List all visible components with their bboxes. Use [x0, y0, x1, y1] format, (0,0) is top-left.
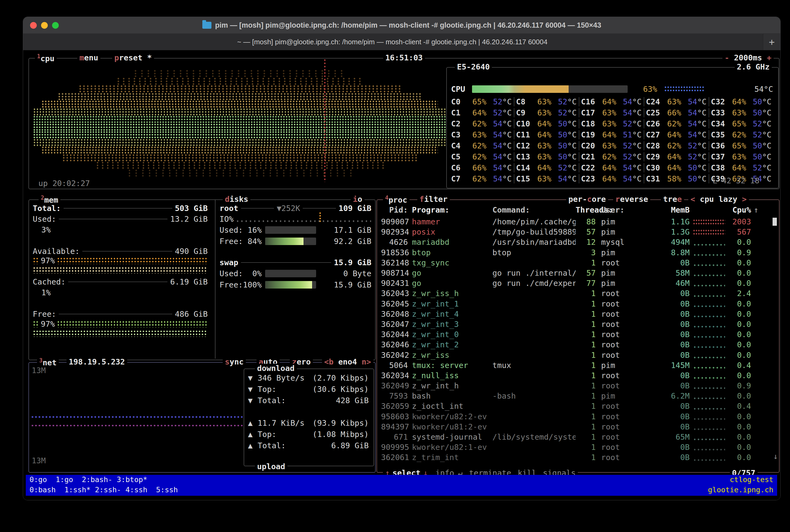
core-temp: 51 — [616, 130, 632, 139]
tmux-windows-session2[interactable]: 0:bash 1:ssh* 2:ssh- 4:ssh 5:ssh — [30, 486, 178, 494]
process-pid: 902934 — [381, 227, 408, 236]
process-cpu: 0.0 — [728, 320, 751, 329]
proc-tree-toggle[interactable]: tree — [661, 195, 684, 204]
io-toggle[interactable]: io — [351, 195, 364, 204]
process-row[interactable]: 958603kworker/u82:2-ev1root0B0.0 — [381, 412, 770, 422]
process-user: pim — [601, 391, 657, 400]
cpu-sensor-box: E5-2640 2.6 GHz CPU 63% 54°C — [446, 67, 779, 188]
scroll-down-arrow[interactable]: ↓ — [773, 452, 778, 461]
core-percent: 63% — [663, 97, 681, 106]
process-row[interactable]: 362034z_null_iss1root0B0.0 — [381, 370, 770, 381]
process-cpu-minigraph — [693, 253, 725, 256]
sort-prev-button[interactable]: < — [691, 195, 695, 204]
core-percent: 62% — [468, 141, 486, 150]
process-threads: 1 — [576, 443, 596, 452]
process-row[interactable]: 362045z_wr_int_11root0B0.0 — [381, 299, 770, 309]
core-percent: 64% — [728, 97, 746, 106]
net-interface-switcher[interactable]: <b eno4 n> — [322, 357, 373, 366]
disks-title[interactable]: disks — [223, 195, 250, 204]
sort-next-button[interactable]: > — [742, 195, 747, 204]
core-name: C2 — [451, 119, 468, 128]
process-name: systemd-journal — [412, 432, 493, 441]
mem-free-meter2 — [33, 330, 208, 337]
net-stat-label: 11.7 KiB/s — [257, 418, 305, 428]
process-row[interactable]: 671systemd-journal/lib/systemd/system1ro… — [381, 432, 770, 442]
process-row[interactable]: 5064tmux: servertmux1pim145M0.4 — [381, 360, 770, 370]
process-pid: 362047 — [381, 320, 408, 329]
core-temp-unit: °C — [697, 130, 707, 139]
cpu-box-title[interactable]: 1cpu — [35, 53, 57, 63]
process-user: root — [601, 258, 657, 267]
process-threads: 77 — [576, 279, 596, 288]
download-stat-line: ▼Total:428 GiB — [248, 395, 369, 406]
process-memory: 0B — [657, 320, 690, 329]
process-pid: 7593 — [381, 391, 408, 400]
core-percent: 62% — [598, 152, 616, 161]
core-temp: 50 — [681, 174, 697, 183]
process-row[interactable]: 894397kworker/u81:2-ev1root0B0.0 — [381, 422, 770, 432]
mem-used-label: Used: — [33, 214, 56, 224]
proc-reverse-toggle[interactable]: reverse — [613, 195, 650, 204]
process-threads: 1 — [576, 453, 596, 462]
process-pid: 362034 — [381, 371, 408, 380]
proc-filter-button[interactable]: filter — [417, 195, 450, 204]
tmux-windows-session1[interactable]: 0:go 1:go 2:bash- 3:btop* — [30, 475, 147, 484]
cpu-core-cell: C666%54°C — [451, 163, 512, 172]
proc-box-title[interactable]: 4proc — [383, 195, 409, 205]
process-name: z_wr_int_0 — [412, 330, 493, 339]
process-threads: 1 — [576, 402, 596, 411]
process-memory: 0B — [657, 350, 690, 360]
iface-next-button[interactable]: n> — [362, 357, 371, 366]
cpu-core-cell: C1464%52°C — [516, 163, 577, 172]
process-user: root — [601, 402, 657, 411]
core-separator: │ — [577, 174, 581, 183]
new-tab-button[interactable]: + — [763, 34, 781, 50]
iface-prev-button[interactable]: <b — [324, 357, 333, 366]
process-row[interactable]: 362042z_wr_iss1root0B0.0 — [381, 350, 770, 360]
process-row[interactable]: 7593bash-bash1pim6.2M0.0 — [381, 391, 770, 401]
process-pid: 958603 — [381, 412, 408, 421]
process-row[interactable]: 362047z_wr_int_31root0B0.0 — [381, 319, 770, 329]
process-memory: 0B — [657, 412, 690, 421]
process-row[interactable]: 909007hammer/home/pim/.cache/go88pim1.1G… — [381, 216, 770, 227]
process-name: btop — [412, 248, 493, 257]
process-row[interactable]: 362148txg_sync1root0B0.0 — [381, 258, 770, 268]
mem-box-title[interactable]: 2mem — [39, 195, 60, 205]
process-row[interactable]: 908714gogo run ./internal/h57pim58M0.0 — [381, 268, 770, 278]
process-row[interactable]: 362059z_ioctl_int1root0B0.4 — [381, 401, 770, 411]
tab-title[interactable]: ~ — [mosh] pim@glootie.ipng.ch: /home/pi… — [23, 34, 762, 50]
interval-minus-button[interactable]: - — [725, 53, 729, 62]
process-name: kworker/u82:2-ev — [412, 412, 493, 421]
preset-button[interactable]: preset * — [112, 53, 154, 62]
core-name: C14 — [516, 163, 534, 172]
core-name: C31 — [646, 174, 663, 183]
interval-plus-button[interactable]: + — [767, 53, 771, 62]
process-cpu-minigraph — [693, 284, 725, 287]
disk-swap-used-value: 0 Byte — [316, 269, 371, 278]
process-row[interactable]: 4626mariadbd/usr/sbin/mariadbd12mysql494… — [381, 237, 770, 247]
process-row[interactable]: 362044z_wr_int_01root0B0.0 — [381, 329, 770, 340]
cpu-graph-band — [41, 100, 438, 108]
scrollbar-thumb[interactable] — [773, 218, 777, 226]
window-titlebar: pim — [mosh] pim@glootie.ipng.ch: /home/… — [23, 17, 781, 34]
process-threads: 1 — [576, 422, 596, 431]
core-separator: │ — [577, 108, 581, 117]
menu-button[interactable]: menu — [77, 53, 100, 62]
process-row[interactable]: 902934posix/tmp/go-build59889957pim1.3G5… — [381, 227, 770, 237]
process-row[interactable]: 362048z_wr_int_41root0B0.0 — [381, 309, 770, 319]
process-row[interactable]: 362046z_wr_int_21root0B0.0 — [381, 340, 770, 350]
cpu-core-cell: C3363%50°C — [711, 108, 771, 117]
process-row[interactable]: 362043z_wr_iss_h1root0B2.4 — [381, 288, 770, 299]
process-row[interactable]: 918536btopbtop3pim8.8M0.9 — [381, 247, 770, 258]
process-user: pim — [601, 248, 657, 257]
net-sync-button[interactable]: sync — [223, 357, 246, 366]
proc-percore-toggle[interactable]: per-core — [566, 195, 608, 204]
process-row[interactable]: 362061z_trim_int1root0B0.0 — [381, 452, 770, 462]
mem-free-meter — [57, 321, 208, 327]
process-row[interactable]: 362049z_wr_int_h1root0B0.9 — [381, 381, 770, 391]
core-temp: 50 — [552, 130, 567, 139]
process-row[interactable]: 902431gogo run ./cmd/experi77pim46M0.0 — [381, 278, 770, 288]
process-row[interactable]: 909995kworker/u82:1-ev1root0B0.0 — [381, 442, 770, 452]
cpu-core-cell: C2162%52°C — [581, 152, 642, 161]
proc-sort-selector[interactable]: < cpu lazy > — [688, 195, 749, 204]
